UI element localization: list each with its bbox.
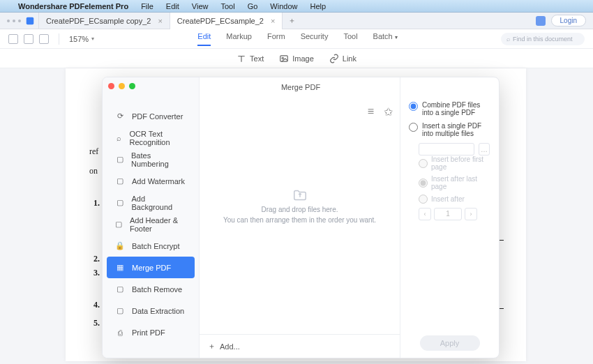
radio-combine[interactable]: [409, 102, 418, 111]
account-icon[interactable]: [536, 16, 546, 26]
zoom-value: 157%: [69, 35, 89, 43]
batch-sidebar: ⟳PDF Converter ⌕OCR Text Recognition ▢Ba…: [103, 77, 200, 358]
trash-icon[interactable]: ✩: [384, 105, 393, 119]
thumbnail-view-icon[interactable]: [24, 34, 33, 44]
tool-link-label: Link: [343, 54, 356, 63]
tab-label: CreatePDF_ECsample copy_2: [46, 17, 151, 25]
menu-go[interactable]: Go: [248, 2, 258, 10]
lock-icon: 🔒: [115, 241, 125, 251]
page-number-field[interactable]: 1: [434, 208, 462, 220]
mode-form[interactable]: Form: [267, 32, 285, 46]
zoom-control[interactable]: 157% ▾: [69, 35, 94, 43]
sub-insert-after-last[interactable]: Insert after last page: [419, 175, 490, 190]
sidebar-item-background[interactable]: ▢Add Background: [107, 192, 195, 213]
sidebar-item-label: Print PDF: [132, 328, 165, 337]
option-combine[interactable]: Combine PDF files into a single PDF: [409, 101, 490, 116]
sidebar-item-ocr[interactable]: ⌕OCR Text Recognition: [107, 127, 195, 149]
sidebar-item-label: Add Background: [132, 195, 186, 211]
apply-button[interactable]: Apply: [420, 335, 480, 351]
sub-insert-before[interactable]: Insert before first page: [419, 156, 490, 171]
app-name: Wondershare PDFelement Pro: [18, 2, 128, 10]
plus-icon: ＋: [208, 341, 216, 351]
drop-line2: You can then arrange them in the order y…: [223, 216, 376, 224]
sidebar-item-label: PDF Converter: [132, 112, 183, 121]
grid-view-icon[interactable]: [39, 34, 49, 44]
sidebar-item-remove[interactable]: ▢Batch Remove: [107, 278, 195, 300]
tab-document-2[interactable]: CreatePDF_ECsample_2 ×: [170, 13, 283, 29]
mode-batch[interactable]: Batch ▾: [373, 32, 398, 46]
tab-label: CreatePDF_ECsample_2: [177, 17, 264, 25]
login-button[interactable]: Login: [551, 15, 586, 26]
mode-security[interactable]: Security: [301, 32, 329, 46]
radio-after-last[interactable]: [419, 179, 428, 188]
list-icon[interactable]: ≡: [368, 105, 374, 119]
sidebar-item-label: Merge PDF: [132, 264, 171, 272]
divider: [59, 33, 59, 45]
option-insert[interactable]: Insert a single PDF into multiple files: [409, 122, 490, 137]
folder-upload-icon: [292, 188, 308, 203]
tab-document-1[interactable]: CreatePDF_ECsample copy_2 ×: [39, 13, 170, 29]
sidebar-item-extract[interactable]: ▢Data Extraction: [107, 300, 195, 321]
page-text: 5.: [93, 318, 100, 328]
mode-edit[interactable]: Edit: [197, 32, 211, 46]
svg-rect-1: [280, 55, 288, 61]
sidebar-item-label: OCR Text Recognition: [130, 130, 187, 146]
add-files-button[interactable]: ＋ Add...: [208, 341, 240, 351]
number-icon: ▢: [115, 155, 124, 165]
sidebar-item-pdf-converter[interactable]: ⟳PDF Converter: [107, 105, 195, 127]
mode-markup[interactable]: Markup: [226, 32, 252, 46]
search-input[interactable]: ⌕ Find in this document: [501, 33, 585, 45]
mode-tool[interactable]: Tool: [343, 32, 357, 46]
menu-file[interactable]: File: [141, 2, 153, 10]
tool-image-label: Image: [292, 54, 314, 63]
sidebar-item-label: Add Watermark: [132, 177, 185, 185]
menu-tool[interactable]: Tool: [220, 2, 234, 10]
browse-button[interactable]: …: [479, 143, 490, 156]
radio-after-n[interactable]: [419, 195, 428, 204]
sidebar-item-label: Add Header & Footer: [130, 216, 186, 233]
search-placeholder: Find in this document: [513, 36, 573, 43]
sub-before-label: Insert before first page: [431, 156, 490, 171]
search-icon: ⌕: [506, 36, 510, 43]
menu-help[interactable]: Help: [310, 2, 326, 10]
page-next-button[interactable]: ›: [465, 208, 477, 220]
sidebar-item-bates[interactable]: ▢Bates Numbering: [107, 149, 195, 170]
menu-window[interactable]: Window: [270, 2, 297, 10]
menu-edit[interactable]: Edit: [166, 2, 179, 10]
sidebar-item-headerfooter[interactable]: ▢Add Header & Footer: [107, 213, 195, 235]
sidebar-item-encrypt[interactable]: 🔒Batch Encrypt: [107, 235, 195, 257]
menu-view[interactable]: View: [192, 2, 209, 10]
svg-rect-0: [26, 17, 33, 24]
home-icon[interactable]: [21, 13, 39, 29]
merge-pdf-modal: Merge PDF ⟳PDF Converter ⌕OCR Text Recog…: [102, 77, 500, 358]
watermark-icon: ▢: [115, 176, 125, 186]
page-prev-button[interactable]: ‹: [419, 208, 431, 220]
source-file-field[interactable]: [419, 143, 474, 156]
option-insert-label: Insert a single PDF into multiple files: [422, 122, 490, 137]
sub-insert-after-n[interactable]: Insert after: [419, 195, 490, 204]
sidebar-item-label: Bates Numbering: [131, 151, 186, 168]
close-icon[interactable]: ×: [158, 17, 162, 25]
radio-insert[interactable]: [409, 123, 418, 132]
main-toolbar: 157% ▾ Edit Markup Form Security Tool Ba…: [0, 29, 593, 49]
close-icon[interactable]: ×: [271, 17, 275, 25]
remove-icon: ▢: [115, 285, 125, 294]
sidebar-item-merge[interactable]: ▦Merge PDF: [107, 257, 195, 278]
option-combine-label: Combine PDF files into a single PDF: [422, 101, 490, 116]
new-tab-button[interactable]: ＋: [283, 15, 301, 26]
page-text: 4.: [93, 300, 100, 310]
sidebar-item-label: Data Extraction: [132, 307, 184, 315]
sub-afterN-label: Insert after: [431, 195, 465, 203]
sidebar-item-watermark[interactable]: ▢Add Watermark: [107, 170, 195, 192]
tool-image[interactable]: Image: [279, 54, 314, 63]
tool-text[interactable]: Text: [237, 54, 264, 63]
drop-line1: Drag and drop files here.: [261, 206, 338, 213]
file-list-actions: ≡ ✩: [368, 105, 393, 119]
tool-link[interactable]: Link: [329, 54, 356, 63]
modal-main: ≡ ✩ Drag and drop files here. You can th…: [200, 77, 400, 358]
radio-before[interactable]: [419, 159, 428, 168]
document-tabbar: CreatePDF_ECsample copy_2 × CreatePDF_EC…: [0, 13, 593, 29]
sidebar-item-print[interactable]: ⎙Print PDF: [107, 321, 195, 343]
panel-toggle-icon[interactable]: [8, 34, 18, 44]
macos-menubar: Wondershare PDFelement Pro File Edit Vie…: [0, 0, 593, 13]
